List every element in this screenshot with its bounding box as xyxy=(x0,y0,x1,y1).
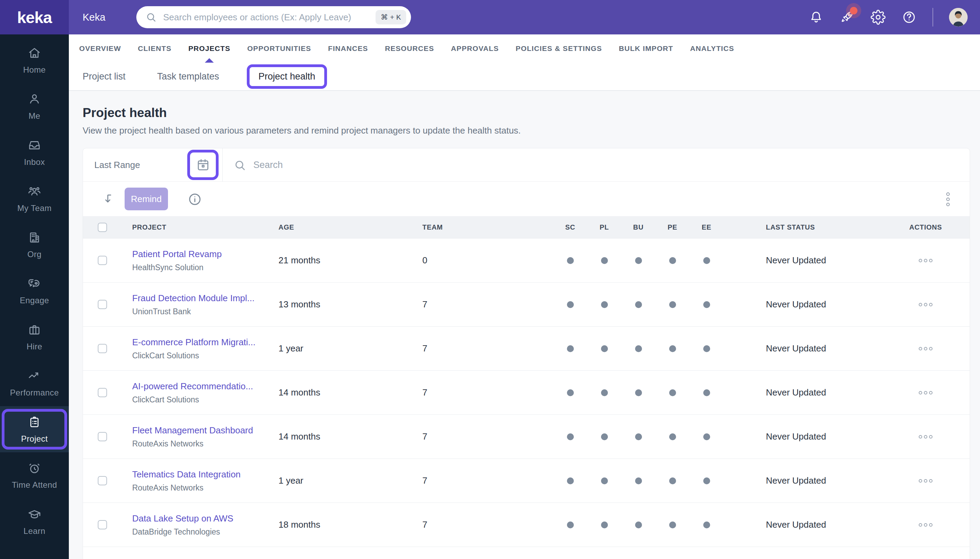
health-status-dot xyxy=(703,389,710,396)
health-status-dot xyxy=(669,345,676,352)
row-actions-menu[interactable] xyxy=(917,345,935,352)
sidebar-item-org[interactable]: Org xyxy=(0,222,69,268)
tab-bulk-import[interactable]: BULK IMPORT xyxy=(619,35,673,63)
subtab-project-health[interactable]: Project health xyxy=(258,71,315,82)
row-actions-menu[interactable] xyxy=(917,433,935,441)
sidebar-item-home[interactable]: Home xyxy=(0,37,69,83)
health-status-dot xyxy=(703,301,710,308)
cell-age: 14 months xyxy=(278,431,422,442)
row-checkbox[interactable] xyxy=(98,344,107,353)
row-actions-menu[interactable] xyxy=(917,477,935,485)
keka-logo[interactable]: keka xyxy=(0,0,69,35)
row-checkbox[interactable] xyxy=(98,520,107,529)
project-link[interactable]: Data Lake Setup on AWS xyxy=(132,513,270,524)
sidebar-item-project[interactable]: Project xyxy=(0,406,69,452)
subtab-project-list[interactable]: Project list xyxy=(83,71,126,82)
cell-last-status: Never Updated xyxy=(724,387,882,398)
page-description: View the project health based on various… xyxy=(83,125,970,136)
row-checkbox[interactable] xyxy=(98,300,107,309)
table-options-menu[interactable] xyxy=(945,191,951,208)
top-icons xyxy=(808,0,968,35)
sidebar: HomeMeInboxMy TeamOrgEngageHirePerforman… xyxy=(0,35,69,559)
cell-age: 1 year xyxy=(278,343,422,354)
page-title: Project health xyxy=(83,106,970,120)
project-link[interactable]: Fleet Management Dashboard xyxy=(132,425,270,436)
project-link[interactable]: AI-powered Recommendatio... xyxy=(132,381,270,392)
row-checkbox[interactable] xyxy=(98,256,107,265)
sidebar-item-engage[interactable]: Engage xyxy=(0,268,69,314)
tab-approvals[interactable]: APPROVALS xyxy=(451,35,499,63)
user-avatar[interactable] xyxy=(949,8,968,26)
project-link[interactable]: E-commerce Platform Migrati... xyxy=(132,337,270,348)
remind-button[interactable]: Remind xyxy=(125,188,168,210)
cell-last-status: Never Updated xyxy=(724,255,882,266)
cell-age: 14 months xyxy=(278,387,422,398)
row-actions-menu[interactable] xyxy=(917,301,935,308)
tab-analytics[interactable]: ANALYTICS xyxy=(690,35,734,63)
health-status-dot xyxy=(669,389,676,396)
subtab-task-templates[interactable]: Task templates xyxy=(157,71,219,82)
sidebar-item-label: Me xyxy=(28,111,40,121)
health-status-dot xyxy=(703,345,710,352)
health-status-dot xyxy=(601,345,608,352)
health-status-dot xyxy=(669,478,676,484)
cell-team: 7 xyxy=(422,387,553,398)
whats-new-rocket-icon[interactable] xyxy=(840,10,855,25)
tab-overview[interactable]: OVERVIEW xyxy=(79,35,121,63)
sidebar-item-inbox[interactable]: Inbox xyxy=(0,129,69,175)
last-range-filter[interactable]: Last Range xyxy=(94,148,140,182)
sidebar-item-me[interactable]: Me xyxy=(0,83,69,129)
row-actions-menu[interactable] xyxy=(917,521,935,529)
sidebar-item-time-attend[interactable]: Time Attend xyxy=(0,452,69,498)
settings-gear-icon[interactable] xyxy=(871,10,886,25)
column-header-project: PROJECT xyxy=(132,223,278,231)
topbar-divider xyxy=(932,8,933,26)
column-header-last-status: LAST STATUS xyxy=(724,223,882,231)
tab-resources[interactable]: RESOURCES xyxy=(385,35,434,63)
sidebar-item-my-team[interactable]: My Team xyxy=(0,175,69,222)
help-icon[interactable] xyxy=(902,10,917,25)
row-checkbox[interactable] xyxy=(98,476,107,485)
row-actions-menu[interactable] xyxy=(917,257,935,265)
sidebar-item-label: Inbox xyxy=(24,157,45,167)
health-status-dot xyxy=(703,257,710,264)
table-row: Fleet Management DashboardRouteAxis Netw… xyxy=(83,414,970,458)
info-icon[interactable] xyxy=(187,192,202,207)
project-link[interactable]: Patient Portal Revamp xyxy=(132,249,270,260)
calendar-icon[interactable] xyxy=(195,157,211,173)
tab-finances[interactable]: FINANCES xyxy=(328,35,368,63)
keka-logo-text: keka xyxy=(17,9,52,25)
row-checkbox[interactable] xyxy=(98,432,107,441)
engage-icon xyxy=(27,276,42,291)
table-search-icon xyxy=(233,159,246,172)
health-status-dot xyxy=(635,257,642,264)
cell-last-status: Never Updated xyxy=(724,343,882,354)
table-row: Patient Portal RevampHealthSync Solution… xyxy=(83,238,970,282)
table-search-input[interactable]: Search xyxy=(253,148,283,182)
column-header-bu: BU xyxy=(633,223,643,231)
row-actions-menu[interactable] xyxy=(917,389,935,397)
global-search-input[interactable]: Search employees or actions (Ex: Apply L… xyxy=(136,6,411,28)
tab-policies-settings[interactable]: POLICIES & SETTINGS xyxy=(516,35,602,63)
table-header: PROJECT AGE TEAM SC PL BU PE EE LAST STA… xyxy=(83,216,970,238)
health-status-dot xyxy=(669,433,676,440)
health-status-dot xyxy=(601,301,608,308)
sidebar-item-hire[interactable]: Hire xyxy=(0,314,69,360)
project-link[interactable]: Telematics Data Integration xyxy=(132,469,270,480)
notifications-bell-icon[interactable] xyxy=(808,10,824,25)
tab-projects[interactable]: PROJECTS xyxy=(188,35,230,63)
sidebar-item-performance[interactable]: Performance xyxy=(0,360,69,406)
health-status-dot xyxy=(635,521,642,528)
project-client: ClickCart Solutions xyxy=(132,395,278,404)
select-all-checkbox[interactable] xyxy=(98,223,107,232)
row-checkbox[interactable] xyxy=(98,388,107,397)
sort-descending-icon[interactable] xyxy=(102,192,116,206)
tab-clients[interactable]: CLIENTS xyxy=(138,35,172,63)
sidebar-item-learn[interactable]: Learn xyxy=(0,498,69,544)
tab-opportunities[interactable]: OPPORTUNITIES xyxy=(247,35,311,63)
project-link[interactable]: Fraud Detection Module Impl... xyxy=(132,293,270,304)
time-icon xyxy=(27,461,42,475)
health-status-dot xyxy=(601,433,608,440)
top-bar: keka Keka Search employees or actions (E… xyxy=(0,0,980,35)
health-status-dot xyxy=(601,521,608,528)
